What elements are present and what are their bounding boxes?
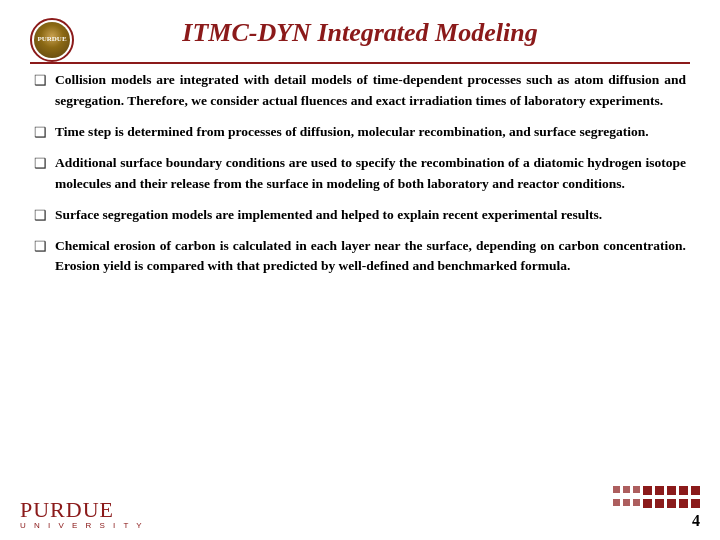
dot-5 [655,486,664,495]
slide: PURDUE ITMC-DYN Integrated Modeling ❑ Co… [0,0,720,540]
bullet-icon-1: ❑ [34,72,47,89]
dot-3 [633,486,640,493]
dot-15 [679,499,688,508]
bullet-icon-5: ❑ [34,238,47,255]
dot-1 [613,486,620,493]
bullet-text-1: Collision models are integrated with det… [55,70,686,112]
bullet-icon-4: ❑ [34,207,47,224]
slide-title: ITMC-DYN Integrated Modeling [182,18,537,48]
dot-6 [667,486,676,495]
dot-pattern-bottom [613,499,700,508]
university-logo: PURDUE [30,18,78,66]
header-separator [30,62,690,64]
dot-8 [691,486,700,495]
dot-2 [623,486,630,493]
purdue-university-name: PURDUE [20,499,114,521]
bullet-item-2: ❑ Time step is determined from processes… [34,122,686,143]
footer-right: 4 [613,486,700,530]
dot-12 [643,499,652,508]
logo-text: PURDUE [37,36,66,44]
slide-footer: PURDUE U N I V E R S I T Y [0,486,720,530]
bullet-item-4: ❑ Surface segregation models are impleme… [34,205,686,226]
dot-7 [679,486,688,495]
slide-content: ❑ Collision models are integrated with d… [30,70,690,277]
bullet-text-4: Surface segregation models are implement… [55,205,602,226]
dot-pattern-top [613,486,700,495]
bullet-icon-3: ❑ [34,155,47,172]
page-number: 4 [692,512,700,530]
bullet-item-3: ❑ Additional surface boundary conditions… [34,153,686,195]
bullet-icon-2: ❑ [34,124,47,141]
bullet-text-3: Additional surface boundary conditions a… [55,153,686,195]
purdue-logo: PURDUE U N I V E R S I T Y [20,499,145,530]
dot-14 [667,499,676,508]
dot-4 [643,486,652,495]
bullet-item-5: ❑ Chemical erosion of carbon is calculat… [34,236,686,278]
dot-9 [613,499,620,506]
bullet-text-2: Time step is determined from processes o… [55,122,649,143]
dot-11 [633,499,640,506]
slide-header: PURDUE ITMC-DYN Integrated Modeling [30,18,690,48]
dot-13 [655,499,664,508]
dot-16 [691,499,700,508]
purdue-university-sub: U N I V E R S I T Y [20,521,145,530]
bullet-item-1: ❑ Collision models are integrated with d… [34,70,686,112]
bullet-text-5: Chemical erosion of carbon is calculated… [55,236,686,278]
dot-10 [623,499,630,506]
